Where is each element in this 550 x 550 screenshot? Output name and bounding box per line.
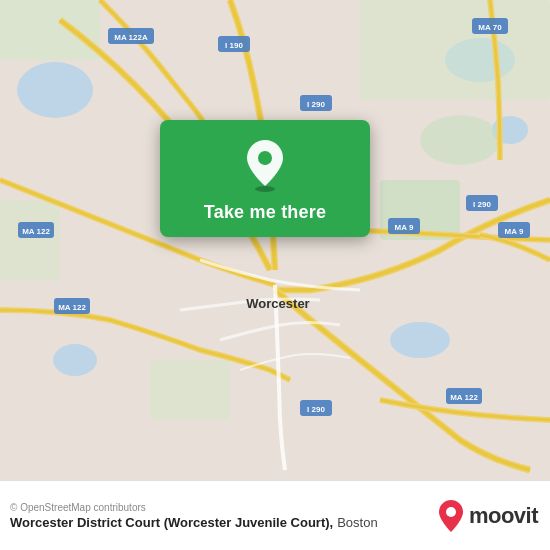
svg-rect-7 — [360, 0, 550, 100]
svg-point-9 — [420, 115, 500, 165]
place-city: Boston — [337, 515, 377, 530]
svg-text:MA 9: MA 9 — [395, 223, 414, 232]
map-container: MA 122A I 190 MA 70 I 290 I 290 MA 9 MA … — [0, 0, 550, 480]
svg-text:Worcester: Worcester — [246, 296, 309, 311]
moovit-pin-icon — [437, 499, 465, 533]
place-name: Worcester District Court (Worcester Juve… — [10, 515, 333, 530]
svg-point-36 — [258, 151, 272, 165]
take-me-there-button[interactable]: Take me there — [160, 120, 370, 237]
svg-point-5 — [390, 322, 450, 358]
moovit-text: moovit — [469, 503, 538, 529]
map-background: MA 122A I 190 MA 70 I 290 I 290 MA 9 MA … — [0, 0, 550, 480]
svg-text:MA 70: MA 70 — [478, 23, 502, 32]
svg-point-1 — [17, 62, 93, 118]
location-pin-icon — [243, 138, 287, 192]
svg-text:MA 122: MA 122 — [22, 227, 50, 236]
svg-point-4 — [53, 344, 97, 376]
svg-text:MA 9: MA 9 — [505, 227, 524, 236]
svg-point-35 — [255, 186, 275, 192]
svg-text:MA 122: MA 122 — [58, 303, 86, 312]
svg-rect-6 — [0, 0, 100, 60]
svg-text:I 190: I 190 — [225, 41, 243, 50]
svg-text:I 290: I 290 — [307, 100, 325, 109]
cta-label: Take me there — [204, 202, 326, 223]
bottom-left-info: © OpenStreetMap contributors Worcester D… — [10, 502, 437, 530]
map-attribution: © OpenStreetMap contributors — [10, 502, 437, 513]
svg-rect-10 — [0, 200, 60, 280]
moovit-logo: moovit — [437, 499, 538, 533]
svg-text:MA 122A: MA 122A — [114, 33, 148, 42]
bottom-bar: © OpenStreetMap contributors Worcester D… — [0, 480, 550, 550]
svg-text:MA 122: MA 122 — [450, 393, 478, 402]
svg-point-37 — [446, 507, 456, 517]
svg-text:I 290: I 290 — [473, 200, 491, 209]
svg-rect-11 — [150, 360, 230, 420]
svg-text:I 290: I 290 — [307, 405, 325, 414]
